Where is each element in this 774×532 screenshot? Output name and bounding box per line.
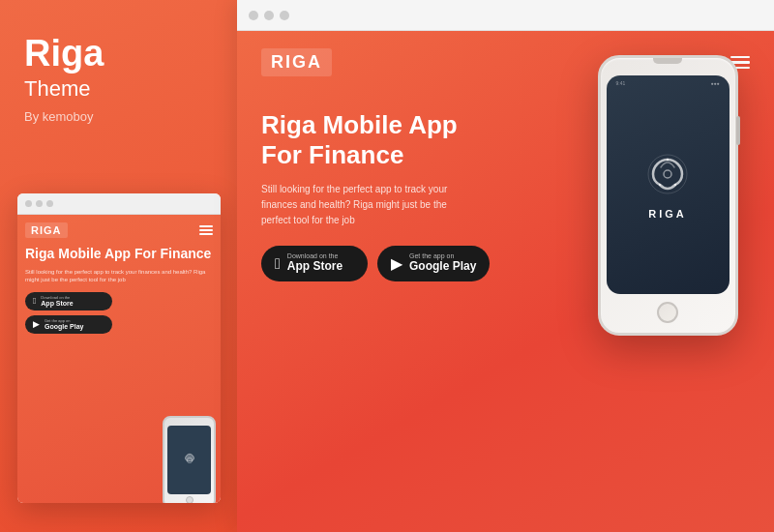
googleplay-button[interactable]: ▶ Get the app on Google Play bbox=[377, 246, 490, 281]
appstore-main-label: App Store bbox=[287, 259, 342, 275]
apple-icon:  bbox=[33, 296, 36, 306]
phone-time: 9:41 bbox=[616, 80, 626, 86]
mini-googleplay-text: Get the app on Google Play bbox=[45, 319, 83, 330]
riga-spiral-icon bbox=[643, 150, 692, 198]
mini-phone-screen bbox=[167, 426, 211, 494]
mini-googleplay-label: Google Play bbox=[45, 323, 83, 330]
appstore-button[interactable]:  Download on the App Store bbox=[261, 246, 368, 281]
mini-browser-bar bbox=[17, 193, 221, 215]
mini-phone-home bbox=[186, 496, 194, 503]
mini-appstore-label: App Store bbox=[41, 300, 73, 307]
svg-point-2 bbox=[664, 170, 671, 178]
mini-hamburger-icon bbox=[199, 225, 213, 235]
phone-home-button bbox=[657, 302, 678, 323]
appstore-small-label: Download on the bbox=[287, 252, 342, 259]
phone-power-button bbox=[736, 116, 740, 145]
phone-mockup-container: 9:41 ●●● RIGA bbox=[580, 55, 755, 374]
mini-riga-icon bbox=[181, 452, 198, 469]
mini-dot-3 bbox=[46, 200, 53, 207]
browser-bar bbox=[237, 0, 774, 31]
appstore-button-text: Download on the App Store bbox=[287, 252, 342, 275]
phone-mockup: 9:41 ●●● RIGA bbox=[598, 55, 738, 336]
mini-logo: RIGA bbox=[25, 222, 68, 238]
left-panel: Riga Theme By kemoboy RIGA Riga Mobile A… bbox=[0, 0, 237, 532]
mini-heading: Riga Mobile App For Finance bbox=[25, 246, 213, 262]
mini-dot-2 bbox=[36, 200, 43, 207]
dot-yellow bbox=[264, 11, 274, 20]
phone-notch bbox=[653, 58, 682, 64]
phone-signal: ●●● bbox=[710, 80, 719, 86]
browser-content: RIGA Riga Mobile App For Finance Still l… bbox=[237, 31, 774, 532]
mini-browser-content: RIGA Riga Mobile App For Finance Still l… bbox=[17, 215, 221, 503]
brand-title: Riga bbox=[24, 34, 213, 74]
apple-store-icon:  bbox=[275, 255, 281, 273]
phone-status-bar: 9:41 ●●● bbox=[607, 80, 729, 86]
mini-browser-preview: RIGA Riga Mobile App For Finance Still l… bbox=[17, 193, 221, 503]
mini-appstore-text: Download on the App Store bbox=[41, 296, 73, 307]
phone-logo-text: RIGA bbox=[648, 208, 687, 220]
googleplay-main-label: Google Play bbox=[409, 259, 476, 275]
main-browser-panel: RIGA Riga Mobile App For Finance Still l… bbox=[237, 0, 774, 532]
mini-desc: Still looking for the perfect app to tra… bbox=[25, 268, 213, 284]
googleplay-small-label: Get the app on bbox=[409, 252, 476, 259]
googleplay-button-text: Get the app on Google Play bbox=[409, 252, 476, 275]
mini-nav: RIGA bbox=[25, 222, 213, 238]
site-logo: RIGA bbox=[261, 48, 332, 76]
author-label: By kemoboy bbox=[24, 109, 213, 124]
mini-phone-shape bbox=[163, 416, 216, 503]
hero-heading: Riga Mobile App For Finance bbox=[261, 110, 474, 170]
play-icon: ▶ bbox=[33, 319, 40, 329]
mini-dot-1 bbox=[25, 200, 32, 207]
dot-green bbox=[280, 11, 289, 20]
mini-appstore-btn[interactable]:  Download on the App Store bbox=[25, 292, 112, 310]
hero-description: Still looking for the perfect app to tra… bbox=[261, 182, 474, 228]
mini-phone-mockup bbox=[163, 416, 221, 503]
mini-googleplay-btn[interactable]: ▶ Get the app on Google Play bbox=[25, 315, 112, 334]
phone-screen: 9:41 ●●● RIGA bbox=[607, 75, 729, 294]
brand-subtitle: Theme bbox=[24, 76, 213, 102]
google-play-icon: ▶ bbox=[391, 254, 402, 273]
dot-red bbox=[249, 11, 258, 20]
